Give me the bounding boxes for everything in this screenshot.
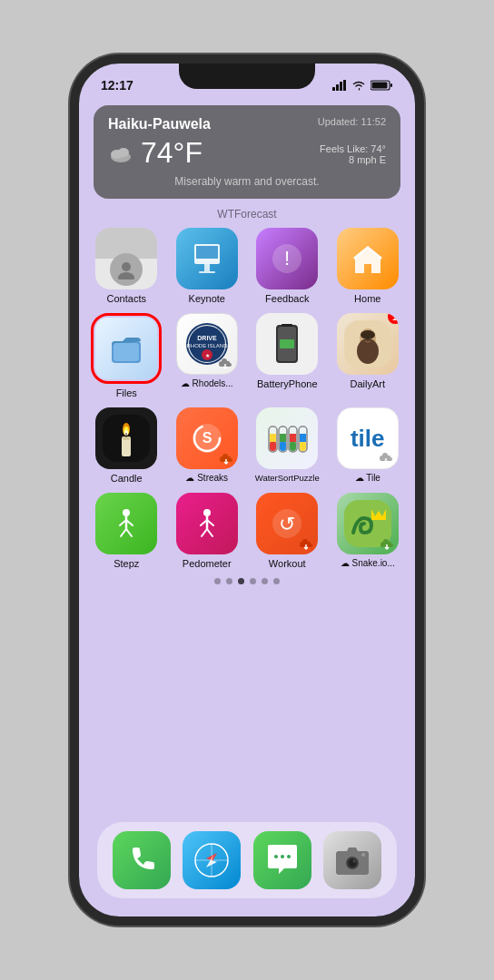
safari-icon bbox=[192, 840, 232, 880]
svg-point-65 bbox=[123, 509, 130, 516]
dailyart-label: DailyArt bbox=[350, 378, 385, 389]
feedback-graphic: ! bbox=[269, 240, 305, 277]
dock bbox=[97, 822, 397, 898]
page-dot-3[interactable] bbox=[250, 578, 256, 584]
stepz-icon bbox=[95, 493, 157, 554]
weather-feels: Feels Like: 74° bbox=[320, 143, 386, 154]
svg-point-11 bbox=[118, 272, 134, 279]
home-icon bbox=[337, 228, 399, 289]
app-tile[interactable]: tile ☁ Tile bbox=[331, 407, 405, 484]
tile-cloud-icon bbox=[380, 452, 394, 465]
svg-point-40 bbox=[370, 337, 371, 338]
app-keynote[interactable]: Keynote bbox=[171, 228, 244, 304]
app-candle[interactable]: Candle bbox=[90, 407, 163, 484]
dock-camera[interactable] bbox=[323, 831, 381, 889]
snakeio-cloud-icon bbox=[380, 538, 395, 551]
svg-line-70 bbox=[126, 529, 132, 536]
streaks-label: ☁ Streaks bbox=[185, 473, 228, 483]
streaks-cloud-icon bbox=[220, 453, 234, 466]
candle-icon bbox=[95, 407, 157, 469]
weather-right: Feels Like: 74° 8 mph E bbox=[320, 143, 386, 165]
svg-rect-54 bbox=[270, 434, 276, 442]
page-dot-4[interactable] bbox=[262, 578, 268, 584]
contacts-label: Contacts bbox=[107, 293, 146, 304]
keynote-graphic bbox=[187, 239, 227, 279]
keynote-label: Keynote bbox=[189, 293, 225, 304]
pedometer-icon bbox=[176, 493, 238, 554]
app-files[interactable]: Files bbox=[90, 313, 163, 398]
app-home[interactable]: Home bbox=[331, 228, 405, 304]
page-dot-2[interactable] bbox=[238, 578, 244, 584]
page-dot-0[interactable] bbox=[214, 578, 221, 584]
app-batteryphone[interactable]: BatteryPhone bbox=[251, 313, 324, 398]
dock-safari[interactable] bbox=[183, 831, 241, 889]
dailyart-icon: 1 bbox=[337, 313, 399, 375]
app-stepz[interactable]: Stepz bbox=[90, 493, 163, 569]
feedback-icon: ! bbox=[256, 228, 318, 289]
svg-point-90 bbox=[287, 855, 291, 858]
weather-description: Miserably warm and overcast. bbox=[108, 175, 386, 188]
app-dailyart[interactable]: 1 DailyArt bbox=[331, 313, 405, 398]
svg-point-96 bbox=[353, 860, 356, 863]
weather-widget[interactable]: Haiku-Pauwela Updated: 11:52 74°F Feels … bbox=[94, 105, 400, 199]
svg-rect-33 bbox=[291, 341, 293, 347]
pedometer-graphic bbox=[189, 505, 225, 542]
notch bbox=[179, 64, 315, 89]
svg-rect-14 bbox=[204, 264, 210, 271]
app-feedback[interactable]: ! Feedback bbox=[251, 228, 324, 304]
app-contacts[interactable]: Contacts bbox=[90, 228, 163, 304]
person-icon bbox=[116, 260, 136, 279]
app-watersort[interactable]: WaterSortPuzzle bbox=[251, 407, 324, 484]
svg-rect-15 bbox=[199, 271, 215, 273]
app-rhodels[interactable]: DRIVE RHODE ISLAND ★ ☁ Rhodels... bbox=[171, 313, 244, 398]
watersort-icon bbox=[256, 407, 318, 469]
svg-rect-5 bbox=[390, 83, 392, 87]
svg-point-38 bbox=[361, 330, 375, 339]
stepz-label: Stepz bbox=[114, 558, 139, 569]
workout-graphic: ↺ bbox=[269, 505, 305, 542]
dock-phone[interactable] bbox=[113, 831, 171, 889]
app-streaks[interactable]: S ☁ Streaks bbox=[171, 407, 244, 484]
workout-cloud-icon bbox=[300, 538, 314, 551]
app-row-4: Stepz Pedometer bbox=[79, 493, 415, 569]
svg-rect-60 bbox=[290, 434, 296, 442]
app-row-3: Candle S ☁ Streaks bbox=[79, 407, 415, 484]
svg-point-71 bbox=[203, 509, 211, 516]
weather-location: Haiku-Pauwela bbox=[108, 116, 211, 132]
svg-rect-53 bbox=[270, 441, 276, 451]
rhodels-icon: DRIVE RHODE ISLAND ★ bbox=[176, 313, 238, 375]
svg-point-88 bbox=[274, 855, 278, 858]
svg-rect-3 bbox=[343, 80, 346, 91]
snakeio-icon bbox=[337, 493, 399, 554]
page-dot-1[interactable] bbox=[226, 578, 232, 584]
svg-rect-1 bbox=[336, 84, 339, 91]
home-label: Home bbox=[354, 293, 380, 304]
svg-rect-31 bbox=[282, 324, 292, 327]
widget-source-label: WTForecast bbox=[79, 208, 415, 220]
app-snakeio[interactable]: ☁ Snake.io... bbox=[331, 493, 405, 569]
phone-screen: 12:17 bbox=[79, 64, 415, 916]
streaks-icon: S bbox=[176, 407, 238, 469]
batteryphone-icon bbox=[256, 313, 318, 375]
messages-icon bbox=[264, 843, 301, 877]
battery-icon bbox=[370, 80, 393, 91]
app-workout[interactable]: ↺ Workout bbox=[251, 493, 324, 569]
dock-messages[interactable] bbox=[253, 831, 311, 889]
files-icon bbox=[95, 318, 157, 379]
app-pedometer[interactable]: Pedometer bbox=[171, 493, 244, 569]
cloud-download-icon bbox=[219, 358, 233, 370]
pedometer-label: Pedometer bbox=[183, 558, 232, 569]
svg-rect-63 bbox=[300, 434, 306, 442]
batteryphone-graphic bbox=[269, 321, 305, 367]
weather-wind: 8 mph E bbox=[320, 154, 386, 165]
watersort-label: WaterSortPuzzle bbox=[255, 473, 320, 483]
svg-point-89 bbox=[281, 855, 284, 858]
stepz-graphic bbox=[108, 505, 144, 542]
weather-header: Haiku-Pauwela Updated: 11:52 bbox=[108, 116, 386, 132]
phone-icon bbox=[125, 844, 158, 877]
app-row-1: Contacts Keynote bbox=[79, 228, 415, 304]
svg-point-10 bbox=[122, 262, 131, 271]
page-dot-5[interactable] bbox=[273, 578, 280, 584]
contacts-avatar bbox=[110, 253, 143, 286]
watersort-graphic bbox=[264, 416, 310, 461]
